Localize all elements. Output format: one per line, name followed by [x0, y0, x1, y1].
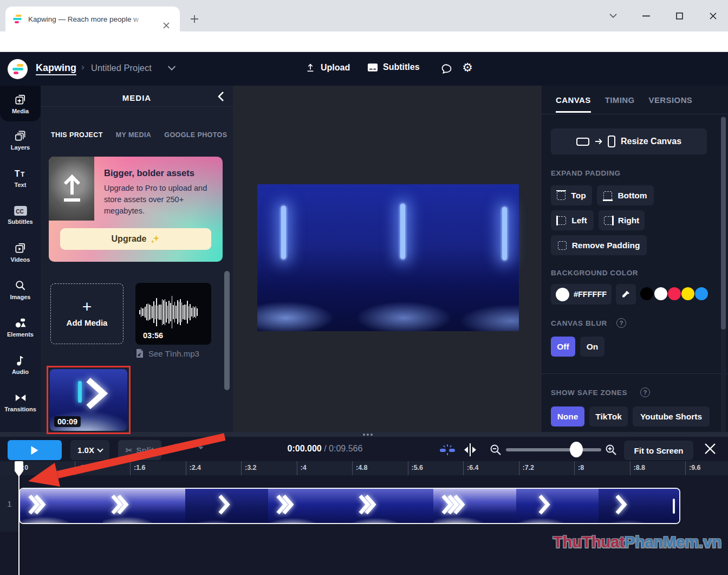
timeline-zoom-slider[interactable]	[506, 448, 601, 451]
timeline-ruler[interactable]: :0 :0.8 :1.6 :2.4 :3.2 :4 :4.8 :5.6 :6.4…	[0, 461, 728, 475]
videos-icon	[14, 242, 27, 254]
sidebar-item-videos[interactable]: Videos	[0, 234, 41, 271]
tab-search-chevron-icon[interactable]	[605, 9, 621, 23]
split-preview-icon[interactable]	[463, 443, 478, 459]
color-swatch-black[interactable]	[640, 287, 653, 300]
search-icon	[14, 279, 27, 292]
audio-media-item[interactable]: 03:56	[135, 283, 211, 345]
upload-button[interactable]: Upload	[305, 62, 350, 73]
svg-text:T: T	[21, 170, 25, 178]
window-close-icon[interactable]	[705, 9, 721, 23]
video-clip[interactable]	[19, 488, 680, 524]
blur-off-button[interactable]: Off	[551, 337, 575, 357]
track-number: 1	[0, 475, 19, 532]
audio-file-icon	[135, 348, 144, 358]
window-minimize-icon[interactable]	[638, 9, 654, 23]
safe-zones-heading: SHOW SAFE ZONES	[551, 389, 627, 397]
canvas-video[interactable]	[257, 184, 519, 331]
tab-close-icon[interactable]	[160, 20, 172, 31]
sidebar-item-layers[interactable]: Layers	[0, 121, 41, 159]
add-media-button[interactable]: + Add Media	[50, 283, 123, 344]
color-swatch-red[interactable]	[668, 287, 681, 300]
video-media-item[interactable]: 00:09	[50, 369, 127, 431]
timeline-zoom-slider-thumb[interactable]	[570, 442, 583, 457]
speed-chevron-icon	[97, 446, 103, 452]
upgrade-card[interactable]: Bigger, bolder assets Upgrade to Pro to …	[49, 157, 223, 262]
close-timeline-icon[interactable]	[704, 443, 716, 457]
browser-tab[interactable]: Kapwing — Reach more people w	[5, 7, 180, 31]
time-display: 0:00.000 / 0:09.566	[271, 444, 379, 454]
playback-speed-button[interactable]: 1.0X	[70, 440, 109, 460]
sidebar-item-images[interactable]: Images	[0, 271, 41, 308]
safezone-none-button[interactable]: None	[551, 406, 584, 427]
sidebar-item-subtitles[interactable]: CC Subtitles	[0, 196, 41, 234]
layers-icon	[14, 130, 27, 142]
fit-to-screen-button[interactable]: Fit to Screen	[624, 441, 693, 460]
settings-gear-icon[interactable]: ⚙	[460, 60, 475, 75]
ruler-tick: :7.2	[519, 461, 575, 475]
sidebar-item-text[interactable]: TT Text	[0, 159, 41, 196]
safezone-youtube-shorts-button[interactable]: Youtube Shorts	[633, 406, 710, 427]
ruler-tick: :8	[574, 461, 630, 475]
tab-my-media[interactable]: MY MEDIA	[116, 131, 151, 139]
tab-google-photos[interactable]: GOOGLE PHOTOS	[164, 131, 227, 139]
sparkle-icon	[151, 235, 160, 244]
kapwing-logo[interactable]	[8, 59, 28, 79]
media-panel: MEDIA THIS PROJECT MY MEDIA GOOGLE PHOTO…	[41, 86, 233, 437]
color-swatch-white[interactable]	[654, 287, 667, 300]
left-sidebar: Media Layers TT Text CC Subtitles Videos…	[0, 86, 41, 437]
sidebar-item-audio[interactable]: Audio	[0, 346, 41, 383]
snapping-toggle-icon[interactable]	[439, 443, 456, 458]
ruler-tick: :3.2	[241, 461, 297, 475]
app-header: Kapwing › Untitled Project Upload Subtit…	[0, 52, 728, 86]
project-chevron-down-icon[interactable]	[168, 63, 176, 70]
zoom-in-icon[interactable]	[604, 443, 618, 458]
upload-icon	[305, 62, 316, 73]
project-name[interactable]: Untitled Project	[91, 63, 152, 73]
bg-color-value-button[interactable]: #FFFFFF	[551, 284, 612, 305]
subtitles-button[interactable]: Subtitles	[367, 62, 420, 72]
new-tab-button[interactable]	[186, 11, 203, 27]
canvas-blur-help-icon[interactable]: ?	[616, 318, 626, 328]
chat-icon[interactable]	[439, 61, 454, 76]
remove-padding-button[interactable]: Remove Padding	[551, 235, 647, 255]
zoom-out-icon[interactable]	[489, 443, 502, 458]
safezone-tiktok-button[interactable]: TikTok	[589, 406, 628, 427]
redo-icon[interactable]: ↷	[194, 441, 204, 454]
ruler-tick: :4.8	[352, 461, 408, 475]
sidebar-item-elements[interactable]: Elements	[0, 308, 41, 346]
pad-left-button[interactable]: Left	[551, 210, 594, 230]
tab-this-project[interactable]: THIS PROJECT	[51, 131, 103, 139]
right-panel-tabs: CANVAS TIMING VERSIONS	[556, 95, 692, 113]
play-button[interactable]	[8, 440, 62, 460]
background-color-heading: BACKGROUND COLOR	[551, 269, 638, 277]
collapse-panel-icon[interactable]	[217, 91, 224, 104]
ruler-tick: :5.6	[408, 461, 464, 475]
pad-bottom-button[interactable]: Bottom	[597, 185, 654, 205]
safe-zones-help-icon[interactable]: ?	[640, 387, 650, 397]
color-swatch-yellow[interactable]	[681, 287, 694, 300]
resize-canvas-button[interactable]: Resize Canvas	[551, 128, 707, 154]
tab-timing[interactable]: TIMING	[605, 95, 635, 113]
split-button[interactable]: ✂ Split	[118, 440, 161, 460]
undo-icon[interactable]: ↶	[171, 441, 181, 454]
cc-icon: CC	[14, 205, 28, 216]
playhead-handle[interactable]	[14, 461, 24, 480]
blur-on-button[interactable]: On	[580, 337, 604, 357]
upgrade-button[interactable]: Upgrade	[60, 228, 211, 250]
pad-right-button[interactable]: Right	[599, 210, 645, 230]
ruler-tick: :4	[297, 461, 353, 475]
sidebar-item-transitions[interactable]: Transitions	[0, 383, 41, 421]
pad-top-button[interactable]: Top	[551, 185, 592, 205]
window-maximize-icon[interactable]	[671, 9, 687, 23]
tab-canvas[interactable]: CANVAS	[556, 95, 591, 113]
sidebar-item-media[interactable]: Media	[0, 86, 41, 121]
eyedropper-button[interactable]	[616, 284, 636, 305]
color-swatch-blue[interactable]	[695, 287, 708, 300]
brand-link[interactable]: Kapwing	[36, 62, 76, 75]
arrow-right-icon	[595, 138, 602, 145]
right-panel-scrollbar[interactable]	[721, 116, 726, 436]
browser-titlebar: Kapwing — Reach more people w	[0, 0, 728, 31]
tab-versions[interactable]: VERSIONS	[649, 95, 693, 113]
upgrade-card-photo	[49, 157, 94, 221]
